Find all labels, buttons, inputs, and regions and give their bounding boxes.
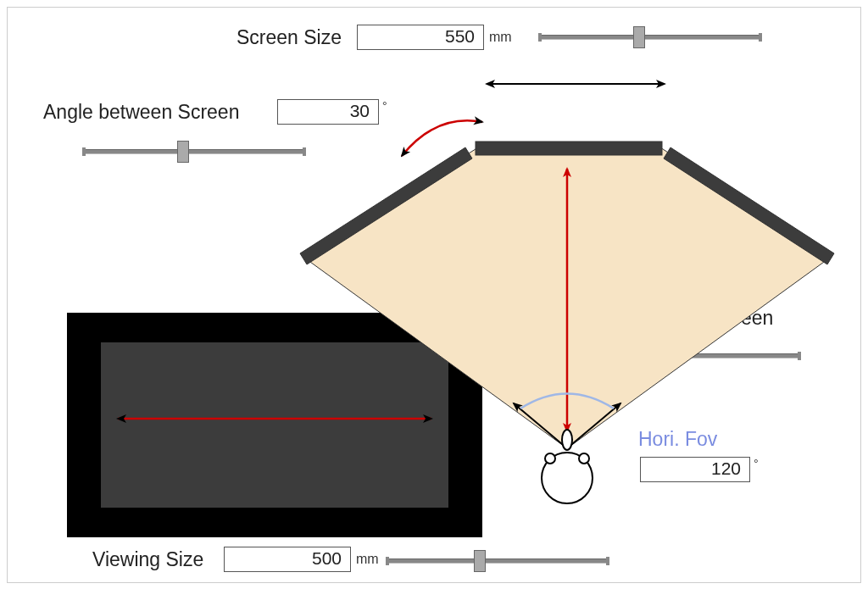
viewing-size-input[interactable]: 500 [224, 547, 351, 572]
fov-label: Hori. Fov [638, 428, 717, 451]
fov-input[interactable]: 120 [640, 457, 750, 482]
svg-point-8 [542, 453, 593, 503]
angle-unit: ° [382, 99, 387, 113]
viewing-size-unit: mm [356, 552, 379, 567]
diagram-canvas: Screen Size 550 mm Angle between Screen … [7, 7, 861, 583]
angle-slider[interactable] [84, 141, 304, 163]
svg-marker-3 [664, 147, 834, 264]
svg-rect-2 [476, 142, 662, 155]
distance-slider[interactable] [579, 345, 799, 367]
svg-marker-1 [300, 147, 472, 264]
viewing-size-label: Viewing Size [92, 548, 203, 571]
monitor-preview [67, 313, 482, 537]
angle-label: Angle between Screen [43, 101, 239, 124]
distance-input[interactable]: 700 [590, 273, 700, 298]
distance-label: Distance Eye to Screen [570, 307, 773, 330]
angle-input[interactable]: 30 [277, 99, 379, 125]
svg-line-6 [514, 403, 567, 448]
svg-line-7 [567, 403, 620, 448]
svg-point-11 [562, 430, 572, 450]
fov-unit: ° [754, 457, 759, 470]
svg-point-10 [579, 453, 589, 464]
monitor-preview-inner [101, 342, 448, 508]
screen-size-slider[interactable] [540, 26, 760, 48]
screen-size-label: Screen Size [236, 26, 342, 49]
viewing-size-slider[interactable] [387, 550, 608, 572]
screen-size-unit: mm [489, 30, 512, 45]
screen-size-input[interactable]: 550 [357, 25, 484, 50]
svg-point-9 [545, 453, 555, 464]
distance-unit: mm [707, 278, 730, 293]
